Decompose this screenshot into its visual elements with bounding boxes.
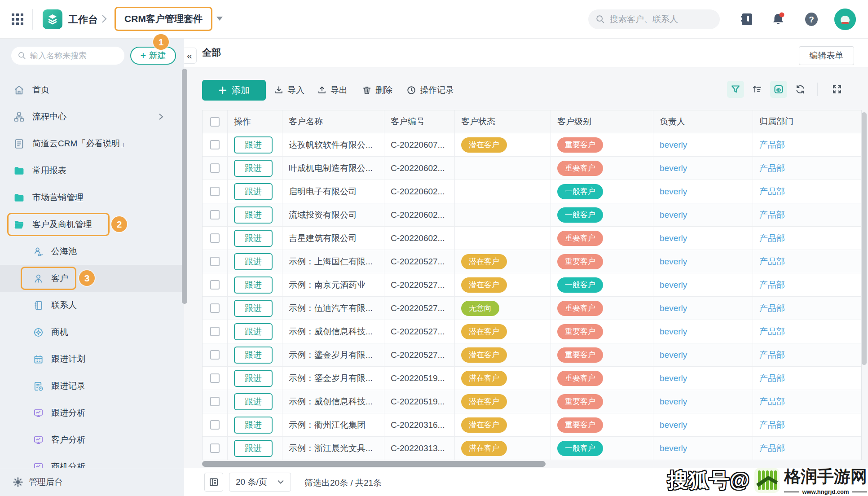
user-avatar[interactable] xyxy=(834,9,856,30)
row-checkbox[interactable] xyxy=(210,443,220,453)
owner-link[interactable]: beverly xyxy=(660,327,687,337)
sort-icon[interactable] xyxy=(749,81,766,98)
department-link[interactable]: 产品部 xyxy=(759,186,785,198)
follow-up-button[interactable]: 跟进 xyxy=(234,440,273,457)
follow-up-button[interactable]: 跟进 xyxy=(234,393,273,410)
notebook-icon[interactable] xyxy=(738,11,755,28)
follow-up-button[interactable]: 跟进 xyxy=(234,183,273,200)
sidebar-search[interactable] xyxy=(11,47,124,65)
row-checkbox[interactable] xyxy=(210,233,220,243)
owner-link[interactable]: beverly xyxy=(660,373,687,383)
row-checkbox[interactable] xyxy=(210,163,220,173)
owner-link[interactable]: beverly xyxy=(660,233,687,243)
global-search-input[interactable] xyxy=(610,14,709,24)
owner-link[interactable]: beverly xyxy=(660,280,687,290)
sidebar-item-home[interactable]: 首页 xyxy=(0,76,184,103)
sidebar-scrollbar[interactable] xyxy=(182,69,187,304)
department-link[interactable]: 产品部 xyxy=(759,373,785,384)
view-tab-all[interactable]: 全部 xyxy=(202,46,221,59)
add-button[interactable]: 添加 xyxy=(202,80,266,101)
follow-up-button[interactable]: 跟进 xyxy=(234,370,273,387)
sidebar-item-followup-analysis[interactable]: 跟进分析 xyxy=(0,399,184,426)
sidebar-item-crm-readme[interactable]: 简道云CRM「必看说明」 xyxy=(0,130,184,157)
department-link[interactable]: 产品部 xyxy=(759,303,785,314)
view-settings-icon[interactable] xyxy=(770,81,787,98)
workbench-label[interactable]: 工作台 xyxy=(68,13,98,26)
help-icon[interactable]: ? xyxy=(803,11,820,28)
sidebar-item-opportunity-analysis[interactable]: 商机分析 xyxy=(0,453,184,468)
follow-up-button[interactable]: 跟进 xyxy=(234,160,273,177)
display-fields-icon[interactable] xyxy=(204,473,223,492)
notifications-bell-icon[interactable] xyxy=(770,11,787,28)
row-checkbox[interactable] xyxy=(210,350,220,360)
follow-up-button[interactable]: 跟进 xyxy=(234,253,273,270)
sidebar-item-followup-records[interactable]: 跟进记录 xyxy=(0,373,184,399)
app-selector-caret-icon[interactable] xyxy=(216,15,224,22)
export-button[interactable]: 导出 xyxy=(317,80,348,101)
row-checkbox[interactable] xyxy=(210,257,220,266)
app-selector[interactable]: CRM客户管理套件 xyxy=(115,7,212,31)
follow-up-button[interactable]: 跟进 xyxy=(234,277,273,294)
sidebar-item-customer-analysis[interactable]: 客户分析 xyxy=(0,426,184,453)
collapse-sidebar-button[interactable]: « xyxy=(182,48,197,64)
delete-button[interactable]: 删除 xyxy=(362,80,392,101)
follow-up-button[interactable]: 跟进 xyxy=(234,417,273,434)
row-checkbox[interactable] xyxy=(210,303,220,313)
department-link[interactable]: 产品部 xyxy=(759,233,785,244)
sidebar-item-contacts[interactable]: 联系人 xyxy=(0,292,184,319)
follow-up-button[interactable]: 跟进 xyxy=(234,136,273,154)
page-size-select[interactable]: 20 条/页 xyxy=(229,473,291,492)
refresh-icon[interactable] xyxy=(792,81,809,98)
department-link[interactable]: 产品部 xyxy=(759,256,785,268)
department-link[interactable]: 产品部 xyxy=(759,279,785,291)
operation-log-button[interactable]: 操作记录 xyxy=(406,80,454,101)
admin-backend[interactable]: 管理后台 xyxy=(0,468,184,496)
filter-icon[interactable] xyxy=(727,81,744,98)
department-link[interactable]: 产品部 xyxy=(759,139,785,151)
department-link[interactable]: 产品部 xyxy=(759,396,785,408)
row-checkbox[interactable] xyxy=(210,210,220,219)
app-launcher-grid-icon[interactable] xyxy=(10,12,25,27)
sidebar-search-input[interactable] xyxy=(30,51,111,61)
jiandaoyun-logo-icon[interactable] xyxy=(43,9,62,29)
owner-link[interactable]: beverly xyxy=(660,397,687,407)
horizontal-scrollbar[interactable] xyxy=(202,461,546,467)
owner-link[interactable]: beverly xyxy=(660,350,687,360)
follow-up-button[interactable]: 跟进 xyxy=(234,206,273,224)
sidebar-item-followup-plan[interactable]: 跟进计划 xyxy=(0,346,184,373)
sidebar-item-customers-opportunities[interactable]: 客户及商机管理 xyxy=(0,211,184,238)
fullscreen-icon[interactable] xyxy=(828,81,846,98)
edit-form-button[interactable]: 编辑表单 xyxy=(799,46,854,65)
owner-link[interactable]: beverly xyxy=(660,187,687,197)
department-link[interactable]: 产品部 xyxy=(759,443,785,454)
sidebar-item-process-center[interactable]: 流程中心 xyxy=(0,103,184,130)
follow-up-button[interactable]: 跟进 xyxy=(234,300,273,317)
sidebar-item-opportunities[interactable]: 商机 xyxy=(0,319,184,346)
follow-up-button[interactable]: 跟进 xyxy=(234,347,273,364)
import-button[interactable]: 导入 xyxy=(274,80,304,101)
row-checkbox[interactable] xyxy=(210,327,220,336)
owner-link[interactable]: beverly xyxy=(660,443,687,453)
row-checkbox[interactable] xyxy=(210,140,220,149)
vertical-scrollbar[interactable] xyxy=(862,112,867,365)
owner-link[interactable]: beverly xyxy=(660,140,687,150)
new-button[interactable]: + 新建 xyxy=(130,47,176,65)
follow-up-button[interactable]: 跟进 xyxy=(234,230,273,247)
owner-link[interactable]: beverly xyxy=(660,210,687,220)
global-search[interactable] xyxy=(588,9,720,29)
department-link[interactable]: 产品部 xyxy=(759,349,785,361)
owner-link[interactable]: beverly xyxy=(660,163,687,173)
department-link[interactable]: 产品部 xyxy=(759,326,785,338)
row-checkbox[interactable] xyxy=(210,420,220,430)
owner-link[interactable]: beverly xyxy=(660,420,687,430)
follow-up-button[interactable]: 跟进 xyxy=(234,323,273,340)
row-checkbox[interactable] xyxy=(210,397,220,406)
owner-link[interactable]: beverly xyxy=(660,257,687,267)
department-link[interactable]: 产品部 xyxy=(759,162,785,174)
department-link[interactable]: 产品部 xyxy=(759,419,785,431)
department-link[interactable]: 产品部 xyxy=(759,209,785,221)
row-checkbox[interactable] xyxy=(210,187,220,196)
row-checkbox[interactable] xyxy=(210,373,220,383)
sidebar-item-common-reports[interactable]: 常用报表 xyxy=(0,157,184,184)
sidebar-item-public-pool[interactable]: 公海池 xyxy=(0,238,184,265)
